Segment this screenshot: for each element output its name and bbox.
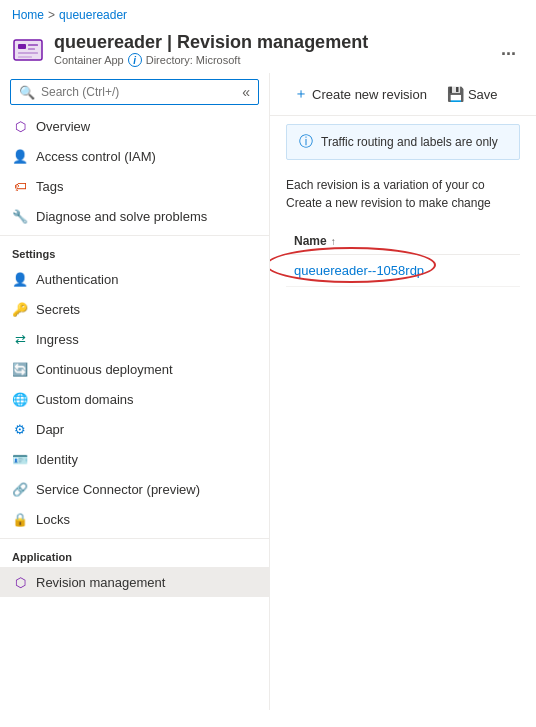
search-box[interactable]: 🔍 « [10, 79, 259, 105]
sidebar-item-dapr[interactable]: ⚙ Dapr [0, 414, 269, 444]
more-options-button[interactable]: ... [493, 39, 524, 60]
toolbar: ＋ Create new revision 💾 Save [270, 73, 536, 116]
sidebar: 🔍 « ⬡ Overview 👤 Access control (IAM) 🏷 … [0, 73, 270, 710]
sidebar-item-label: Revision management [36, 575, 165, 590]
sidebar-item-custom-domains[interactable]: 🌐 Custom domains [0, 384, 269, 414]
description: Each revision is a variation of your co … [270, 168, 536, 220]
diagnose-icon: 🔧 [12, 208, 28, 224]
section-application: Application [0, 538, 269, 567]
revisions-table: Name ↑ queuereader--1058rdp [286, 228, 520, 287]
table-header: Name ↑ [286, 228, 520, 255]
revision-link[interactable]: queuereader--1058rdp [294, 263, 424, 278]
search-input[interactable] [41, 85, 236, 99]
sidebar-item-label: Authentication [36, 272, 118, 287]
description-line1: Each revision is a variation of your co [286, 176, 520, 194]
sidebar-item-label: Locks [36, 512, 70, 527]
identity-icon: 🪪 [12, 451, 28, 467]
banner-text: Traffic routing and labels are only [321, 135, 498, 149]
subtitle-directory: Directory: Microsoft [146, 54, 241, 66]
sidebar-item-ingress[interactable]: ⇄ Ingress [0, 324, 269, 354]
overview-icon: ⬡ [12, 118, 28, 134]
sidebar-item-label: Tags [36, 179, 63, 194]
create-revision-label: Create new revision [312, 87, 427, 102]
create-revision-button[interactable]: ＋ Create new revision [286, 81, 435, 107]
sidebar-item-secrets[interactable]: 🔑 Secrets [0, 294, 269, 324]
sidebar-item-revision-management[interactable]: ⬡ Revision management [0, 567, 269, 597]
sidebar-item-identity[interactable]: 🪪 Identity [0, 444, 269, 474]
save-button[interactable]: 💾 Save [439, 82, 506, 106]
sidebar-item-label: Diagnose and solve problems [36, 209, 207, 224]
search-icon: 🔍 [19, 85, 35, 100]
sidebar-item-label: Custom domains [36, 392, 134, 407]
iam-icon: 👤 [12, 148, 28, 164]
collapse-icon[interactable]: « [242, 84, 250, 100]
info-icon[interactable]: i [128, 53, 142, 67]
sidebar-item-iam[interactable]: 👤 Access control (IAM) [0, 141, 269, 171]
svg-rect-4 [28, 48, 35, 50]
page-header: queuereader | Revision management Contai… [0, 26, 536, 73]
breadcrumb: Home > queuereader [0, 0, 536, 26]
sidebar-item-label: Secrets [36, 302, 80, 317]
breadcrumb-current[interactable]: queuereader [59, 8, 127, 22]
breadcrumb-separator: > [48, 8, 55, 22]
sidebar-item-locks[interactable]: 🔒 Locks [0, 504, 269, 534]
svg-rect-6 [18, 56, 32, 58]
sidebar-item-authentication[interactable]: 👤 Authentication [0, 264, 269, 294]
sidebar-item-label: Ingress [36, 332, 79, 347]
dapr-icon: ⚙ [12, 421, 28, 437]
section-settings: Settings [0, 235, 269, 264]
table-row[interactable]: queuereader--1058rdp [286, 255, 520, 287]
sort-icon[interactable]: ↑ [331, 236, 336, 247]
app-icon [12, 34, 44, 66]
header-text-block: queuereader | Revision management Contai… [54, 32, 368, 67]
page-subtitle: Container App i Directory: Microsoft [54, 53, 368, 67]
svg-rect-3 [28, 44, 38, 46]
page-title: queuereader | Revision management [54, 32, 368, 53]
sidebar-item-tags[interactable]: 🏷 Tags [0, 171, 269, 201]
breadcrumb-home[interactable]: Home [12, 8, 44, 22]
svg-rect-5 [18, 52, 38, 54]
revision-icon: ⬡ [12, 574, 28, 590]
sidebar-item-overview[interactable]: ⬡ Overview [0, 111, 269, 141]
column-name: Name [294, 234, 327, 248]
subtitle-type: Container App [54, 54, 124, 66]
sidebar-item-service-connector[interactable]: 🔗 Service Connector (preview) [0, 474, 269, 504]
sidebar-item-label: Identity [36, 452, 78, 467]
locks-icon: 🔒 [12, 511, 28, 527]
secrets-icon: 🔑 [12, 301, 28, 317]
save-icon: 💾 [447, 86, 464, 102]
info-banner: ⓘ Traffic routing and labels are only [286, 124, 520, 160]
custom-domains-icon: 🌐 [12, 391, 28, 407]
plus-icon: ＋ [294, 85, 308, 103]
main-layout: 🔍 « ⬡ Overview 👤 Access control (IAM) 🏷 … [0, 73, 536, 710]
continuous-deployment-icon: 🔄 [12, 361, 28, 377]
save-label: Save [468, 87, 498, 102]
banner-info-icon: ⓘ [299, 133, 313, 151]
tags-icon: 🏷 [12, 178, 28, 194]
service-connector-icon: 🔗 [12, 481, 28, 497]
authentication-icon: 👤 [12, 271, 28, 287]
ingress-icon: ⇄ [12, 331, 28, 347]
sidebar-item-continuous-deployment[interactable]: 🔄 Continuous deployment [0, 354, 269, 384]
svg-rect-2 [18, 44, 26, 49]
sidebar-item-label: Dapr [36, 422, 64, 437]
content-area: ＋ Create new revision 💾 Save ⓘ Traffic r… [270, 73, 536, 710]
description-line2: Create a new revision to make change [286, 194, 520, 212]
sidebar-item-label: Access control (IAM) [36, 149, 156, 164]
sidebar-item-label: Overview [36, 119, 90, 134]
sidebar-item-label: Service Connector (preview) [36, 482, 200, 497]
sidebar-item-label: Continuous deployment [36, 362, 173, 377]
sidebar-item-diagnose[interactable]: 🔧 Diagnose and solve problems [0, 201, 269, 231]
